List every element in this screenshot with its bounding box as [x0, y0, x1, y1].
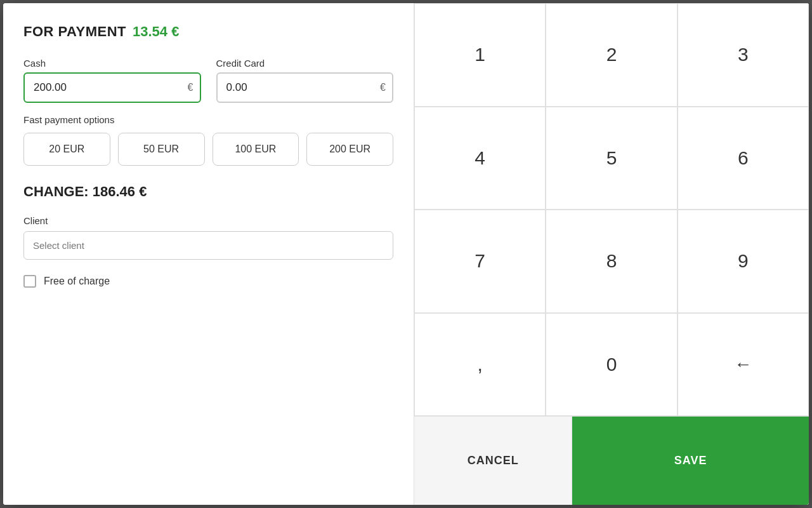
numpad-key-3[interactable]: 3 [678, 3, 809, 107]
cancel-button[interactable]: CANCEL [414, 417, 572, 505]
numpad-key-1[interactable]: 1 [414, 3, 546, 107]
cash-field-group: Cash € [23, 58, 201, 103]
numpad-key-4[interactable]: 4 [414, 107, 546, 210]
numpad-grid: 1 2 3 4 5 6 7 8 9 , 0 ← [414, 3, 809, 416]
credit-card-input[interactable] [216, 72, 394, 103]
action-row: CANCEL SAVE [414, 416, 809, 505]
fast-option-200eur[interactable]: 200 EUR [306, 133, 393, 166]
payment-fields-row: Cash € Credit Card € [23, 58, 393, 103]
right-panel: 1 2 3 4 5 6 7 8 9 , 0 ← CANCEL SAVE [414, 3, 809, 505]
fast-payment-label: Fast payment options [23, 114, 393, 125]
left-panel: FOR PAYMENT 13.54 € Cash € Credit Card € [3, 3, 414, 505]
numpad-key-5[interactable]: 5 [546, 107, 677, 210]
cash-input-wrap: € [23, 72, 201, 103]
for-payment-amount: 13.54 € [133, 23, 179, 40]
cash-label: Cash [23, 58, 201, 69]
for-payment-row: FOR PAYMENT 13.54 € [23, 23, 393, 40]
cash-currency: € [188, 82, 193, 93]
credit-card-field-group: Credit Card € [216, 58, 394, 103]
credit-card-label: Credit Card [216, 58, 394, 69]
free-of-charge-label: Free of charge [44, 276, 110, 287]
fast-option-50eur[interactable]: 50 EUR [118, 133, 205, 166]
free-of-charge-checkbox[interactable] [23, 275, 36, 288]
numpad-key-backspace[interactable]: ← [678, 313, 809, 417]
numpad-key-8[interactable]: 8 [546, 210, 677, 313]
credit-card-input-wrap: € [216, 72, 394, 103]
credit-card-currency: € [380, 82, 386, 93]
client-select-input[interactable] [23, 231, 393, 260]
free-of-charge-row: Free of charge [23, 275, 393, 288]
numpad-key-2[interactable]: 2 [546, 3, 677, 107]
change-row: CHANGE: 186.46 € [23, 184, 393, 200]
client-label: Client [23, 215, 393, 226]
fast-option-100eur[interactable]: 100 EUR [213, 133, 299, 166]
numpad-key-7[interactable]: 7 [414, 210, 546, 313]
for-payment-label: FOR PAYMENT [23, 23, 126, 40]
fast-option-20eur[interactable]: 20 EUR [23, 133, 110, 166]
numpad-key-6[interactable]: 6 [678, 107, 809, 210]
numpad-key-9[interactable]: 9 [678, 210, 809, 313]
save-button[interactable]: SAVE [572, 417, 809, 505]
cash-input[interactable] [23, 72, 201, 103]
fast-payment-options: 20 EUR 50 EUR 100 EUR 200 EUR [23, 133, 393, 166]
numpad-key-0[interactable]: 0 [546, 313, 677, 417]
payment-dialog: FOR PAYMENT 13.54 € Cash € Credit Card € [3, 3, 809, 505]
numpad-key-comma[interactable]: , [414, 313, 546, 417]
backspace-icon: ← [734, 354, 752, 375]
